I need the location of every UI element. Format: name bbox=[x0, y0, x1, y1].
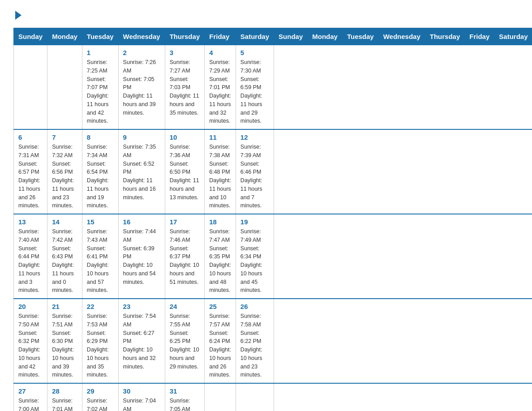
calendar-cell bbox=[47, 45, 82, 130]
day-info: Sunrise: 7:30 AMSunset: 6:59 PMDaylight:… bbox=[240, 58, 269, 125]
calendar-cell: 22Sunrise: 7:53 AMSunset: 6:29 PMDayligh… bbox=[82, 299, 118, 383]
day-info: Sunrise: 7:40 AMSunset: 6:44 PMDaylight:… bbox=[18, 227, 43, 295]
logo-arrow-icon bbox=[15, 11, 21, 20]
day-info: Sunrise: 7:36 AMSunset: 6:50 PMDaylight:… bbox=[170, 143, 200, 201]
calendar-cell: 20Sunrise: 7:50 AMSunset: 6:32 PMDayligh… bbox=[14, 299, 47, 383]
calendar-cell bbox=[236, 383, 274, 411]
day-info: Sunrise: 7:51 AMSunset: 6:30 PMDaylight:… bbox=[52, 312, 77, 379]
day-info: Sunrise: 7:02 AMSunset: 5:17 PMDaylight:… bbox=[87, 397, 114, 411]
day-info: Sunrise: 7:47 AMSunset: 6:35 PMDaylight:… bbox=[209, 227, 231, 295]
calendar-cell: 23Sunrise: 7:54 AMSunset: 6:27 PMDayligh… bbox=[118, 299, 165, 383]
calendar-week-row: 13Sunrise: 7:40 AMSunset: 6:44 PMDayligh… bbox=[14, 214, 532, 299]
calendar-week-row: 1Sunrise: 7:25 AMSunset: 7:07 PMDaylight… bbox=[14, 45, 532, 130]
day-info: Sunrise: 7:26 AMSunset: 7:05 PMDaylight:… bbox=[123, 58, 160, 117]
calendar-cell: 29Sunrise: 7:02 AMSunset: 5:17 PMDayligh… bbox=[82, 383, 118, 411]
weekday-header-thursday: Thursday bbox=[425, 28, 465, 45]
day-info: Sunrise: 7:31 AMSunset: 6:57 PMDaylight:… bbox=[18, 143, 43, 210]
calendar-cell: 2Sunrise: 7:26 AMSunset: 7:05 PMDaylight… bbox=[118, 45, 165, 130]
day-info: Sunrise: 7:53 AMSunset: 6:29 PMDaylight:… bbox=[87, 312, 114, 379]
day-info: Sunrise: 7:54 AMSunset: 6:27 PMDaylight:… bbox=[123, 312, 160, 371]
day-number: 30 bbox=[123, 387, 160, 395]
weekday-header-saturday: Saturday bbox=[494, 28, 532, 45]
weekday-header-monday: Monday bbox=[308, 28, 343, 45]
day-info: Sunrise: 7:38 AMSunset: 6:48 PMDaylight:… bbox=[209, 143, 231, 210]
calendar-cell: 7Sunrise: 7:32 AMSunset: 6:56 PMDaylight… bbox=[47, 129, 82, 214]
calendar-cell: 4Sunrise: 7:29 AMSunset: 7:01 PMDaylight… bbox=[205, 45, 236, 130]
day-info: Sunrise: 7:39 AMSunset: 6:46 PMDaylight:… bbox=[240, 143, 269, 210]
day-number: 17 bbox=[170, 218, 200, 226]
calendar-cell: 12Sunrise: 7:39 AMSunset: 6:46 PMDayligh… bbox=[236, 129, 274, 214]
day-number: 1 bbox=[87, 49, 114, 56]
logo bbox=[13, 9, 21, 20]
calendar-cell: 6Sunrise: 7:31 AMSunset: 6:57 PMDaylight… bbox=[14, 129, 47, 214]
day-info: Sunrise: 7:44 AMSunset: 6:39 PMDaylight:… bbox=[123, 227, 160, 286]
day-number: 26 bbox=[240, 303, 269, 310]
calendar-cell: 24Sunrise: 7:55 AMSunset: 6:25 PMDayligh… bbox=[165, 299, 205, 383]
day-info: Sunrise: 7:50 AMSunset: 6:32 PMDaylight:… bbox=[18, 312, 43, 379]
calendar-cell: 31Sunrise: 7:05 AMSunset: 5:14 PMDayligh… bbox=[165, 383, 205, 411]
day-number: 21 bbox=[52, 303, 77, 310]
day-number: 24 bbox=[170, 303, 200, 310]
day-number: 6 bbox=[18, 133, 43, 141]
calendar-header-row: SundayMondayTuesdayWednesdayThursdayFrid… bbox=[14, 28, 532, 45]
calendar-cell: 5Sunrise: 7:30 AMSunset: 6:59 PMDaylight… bbox=[236, 45, 274, 130]
calendar-cell: 25Sunrise: 7:57 AMSunset: 6:24 PMDayligh… bbox=[205, 299, 236, 383]
day-info: Sunrise: 7:58 AMSunset: 6:22 PMDaylight:… bbox=[240, 312, 269, 379]
day-info: Sunrise: 7:35 AMSunset: 6:52 PMDaylight:… bbox=[123, 143, 160, 201]
day-info: Sunrise: 7:25 AMSunset: 7:07 PMDaylight:… bbox=[87, 58, 114, 125]
calendar-week-row: 20Sunrise: 7:50 AMSunset: 6:32 PMDayligh… bbox=[14, 299, 532, 383]
calendar-cell: 18Sunrise: 7:47 AMSunset: 6:35 PMDayligh… bbox=[205, 214, 236, 299]
calendar-cell: 21Sunrise: 7:51 AMSunset: 6:30 PMDayligh… bbox=[47, 299, 82, 383]
weekday-header-wednesday: Wednesday bbox=[118, 28, 165, 45]
weekday-header-sunday: Sunday bbox=[274, 28, 308, 45]
page-header bbox=[13, 9, 519, 20]
weekday-header-friday: Friday bbox=[205, 28, 236, 45]
calendar-cell: 30Sunrise: 7:04 AMSunset: 5:16 PMDayligh… bbox=[118, 383, 165, 411]
calendar-week-row: 6Sunrise: 7:31 AMSunset: 6:57 PMDaylight… bbox=[14, 129, 532, 214]
day-number: 9 bbox=[123, 133, 160, 141]
day-info: Sunrise: 7:29 AMSunset: 7:01 PMDaylight:… bbox=[209, 58, 231, 125]
calendar-cell: 3Sunrise: 7:27 AMSunset: 7:03 PMDaylight… bbox=[165, 45, 205, 130]
day-number: 18 bbox=[209, 218, 231, 226]
weekday-header-friday: Friday bbox=[465, 28, 494, 45]
day-info: Sunrise: 7:42 AMSunset: 6:43 PMDaylight:… bbox=[52, 227, 77, 295]
calendar-cell: 14Sunrise: 7:42 AMSunset: 6:43 PMDayligh… bbox=[47, 214, 82, 299]
day-number: 15 bbox=[87, 218, 114, 226]
day-info: Sunrise: 7:57 AMSunset: 6:24 PMDaylight:… bbox=[209, 312, 231, 379]
weekday-header-thursday: Thursday bbox=[165, 28, 205, 45]
day-info: Sunrise: 7:55 AMSunset: 6:25 PMDaylight:… bbox=[170, 312, 200, 371]
day-number: 5 bbox=[240, 49, 269, 56]
weekday-header-wednesday: Wednesday bbox=[378, 28, 425, 45]
day-number: 10 bbox=[170, 133, 200, 141]
day-number: 27 bbox=[18, 387, 43, 395]
day-info: Sunrise: 7:01 AMSunset: 5:19 PMDaylight:… bbox=[52, 397, 77, 411]
day-number: 11 bbox=[209, 133, 231, 141]
day-number: 31 bbox=[170, 387, 200, 395]
weekday-header-tuesday: Tuesday bbox=[82, 28, 118, 45]
weekday-header-monday: Monday bbox=[47, 28, 82, 45]
day-number: 13 bbox=[18, 218, 43, 226]
day-number: 3 bbox=[170, 49, 200, 56]
calendar-cell: 19Sunrise: 7:49 AMSunset: 6:34 PMDayligh… bbox=[236, 214, 274, 299]
day-number: 4 bbox=[209, 49, 231, 56]
calendar-cell: 9Sunrise: 7:35 AMSunset: 6:52 PMDaylight… bbox=[118, 129, 165, 214]
day-number: 29 bbox=[87, 387, 114, 395]
day-info: Sunrise: 7:27 AMSunset: 7:03 PMDaylight:… bbox=[170, 58, 200, 117]
day-number: 19 bbox=[240, 218, 269, 226]
weekday-header-sunday: Sunday bbox=[14, 28, 47, 45]
calendar-cell: 8Sunrise: 7:34 AMSunset: 6:54 PMDaylight… bbox=[82, 129, 118, 214]
day-info: Sunrise: 7:34 AMSunset: 6:54 PMDaylight:… bbox=[87, 143, 114, 210]
calendar-week-row: 27Sunrise: 7:00 AMSunset: 5:20 PMDayligh… bbox=[14, 383, 532, 411]
day-info: Sunrise: 7:04 AMSunset: 5:16 PMDaylight:… bbox=[123, 397, 160, 411]
calendar-cell: 13Sunrise: 7:40 AMSunset: 6:44 PMDayligh… bbox=[14, 214, 47, 299]
calendar-cell: 10Sunrise: 7:36 AMSunset: 6:50 PMDayligh… bbox=[165, 129, 205, 214]
calendar-cell bbox=[205, 383, 236, 411]
day-number: 2 bbox=[123, 49, 160, 56]
day-info: Sunrise: 7:00 AMSunset: 5:20 PMDaylight:… bbox=[18, 397, 43, 411]
day-number: 14 bbox=[52, 218, 77, 226]
day-info: Sunrise: 7:43 AMSunset: 6:41 PMDaylight:… bbox=[87, 227, 114, 295]
calendar-cell: 27Sunrise: 7:00 AMSunset: 5:20 PMDayligh… bbox=[14, 383, 47, 411]
calendar-cell: 11Sunrise: 7:38 AMSunset: 6:48 PMDayligh… bbox=[205, 129, 236, 214]
calendar-cell: 1Sunrise: 7:25 AMSunset: 7:07 PMDaylight… bbox=[82, 45, 118, 130]
day-number: 22 bbox=[87, 303, 114, 310]
